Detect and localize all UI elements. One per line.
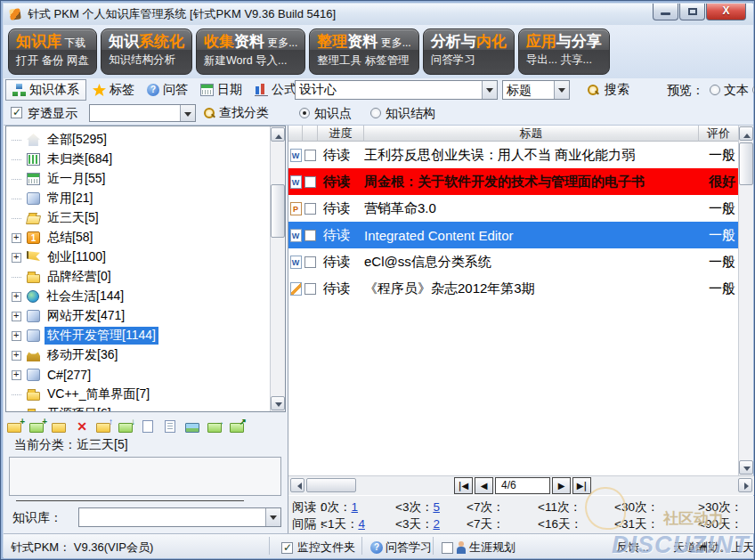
header-title[interactable]: 标题 bbox=[364, 126, 699, 142]
search-input[interactable] bbox=[296, 81, 482, 99]
pierce-checkbox[interactable] bbox=[11, 107, 22, 118]
ribbon-button-0[interactable]: 知识库 下载打开 备份 网盘 bbox=[8, 28, 97, 75]
folder-down-icon[interactable]: ↓ bbox=[118, 420, 134, 434]
expander-icon[interactable] bbox=[12, 351, 21, 361]
find-category-button[interactable]: 查找分类 bbox=[203, 105, 269, 121]
tree-item[interactable]: 网站开发[471] bbox=[6, 306, 270, 326]
pager-first-button[interactable]: |◀ bbox=[454, 477, 473, 494]
stats-value-link[interactable]: 4 bbox=[358, 517, 365, 531]
tree-item[interactable]: 总结[58] bbox=[6, 228, 270, 248]
header-icon-col[interactable] bbox=[288, 126, 303, 142]
table-hscroll-thumb[interactable] bbox=[306, 478, 356, 492]
tree-item[interactable]: 社会生活[144] bbox=[6, 287, 270, 306]
folder-share-icon[interactable]: ↗ bbox=[230, 420, 246, 434]
tree-item[interactable]: 未归类[684] bbox=[6, 150, 270, 169]
image-view-icon[interactable] bbox=[185, 420, 201, 434]
table-vertical-scrollbar[interactable] bbox=[738, 126, 753, 475]
table-row[interactable]: 待读《程序员》杂志2012年第3期一般 bbox=[288, 275, 739, 302]
expander-icon[interactable] bbox=[12, 292, 21, 302]
expander-icon[interactable] bbox=[12, 370, 21, 380]
stats-value-link[interactable]: 2 bbox=[433, 517, 440, 531]
table-scroll-right-icon[interactable] bbox=[738, 478, 752, 492]
tab-star[interactable]: 标签 bbox=[86, 80, 141, 100]
tree-item[interactable]: 常用[21] bbox=[6, 189, 270, 208]
header-progress[interactable]: 进度 bbox=[318, 126, 364, 142]
search-button[interactable]: 搜索 bbox=[587, 82, 629, 98]
expander-icon[interactable] bbox=[12, 253, 21, 263]
row-checkbox[interactable] bbox=[304, 230, 316, 241]
table-horizontal-scrollbar[interactable]: |◀ ◀ 4/6 ▶ ▶| bbox=[288, 475, 754, 495]
tree-item[interactable]: C#[277] bbox=[6, 365, 270, 385]
ribbon-button-2[interactable]: 收集资料 更多...新建Word 导入... bbox=[196, 28, 305, 75]
tree-item[interactable]: 开源项目[6] bbox=[6, 404, 270, 411]
table-scroll-thumb[interactable] bbox=[739, 142, 753, 185]
tree-item[interactable]: 品牌经营[0] bbox=[6, 267, 270, 287]
ribbon-button-4[interactable]: 分析与内化问答学习 bbox=[423, 28, 515, 75]
category-note-box[interactable] bbox=[9, 457, 281, 496]
tree-item[interactable]: VC++_简单界面[7] bbox=[6, 385, 270, 404]
expander-icon[interactable] bbox=[12, 233, 21, 243]
career-plan-toggle[interactable]: 生涯规划 bbox=[442, 540, 516, 556]
row-checkbox[interactable] bbox=[304, 256, 316, 268]
field-dropdown-icon[interactable] bbox=[554, 81, 569, 99]
table-row[interactable]: 待读营销革命3.0一般 bbox=[288, 195, 739, 222]
career-checkbox[interactable] bbox=[442, 542, 453, 554]
header-check-col[interactable] bbox=[303, 126, 318, 142]
tree-item[interactable]: 近三天[5] bbox=[6, 208, 270, 228]
minimize-button[interactable] bbox=[653, 4, 678, 20]
table-row[interactable]: 待读王利芬反思创业失误：用人不当 商业化能力弱一般 bbox=[288, 142, 739, 168]
monitor-folder-toggle[interactable]: 监控文件夹 bbox=[281, 540, 355, 556]
tree-scroll-down-icon[interactable] bbox=[271, 396, 285, 410]
expander-icon[interactable] bbox=[12, 331, 21, 341]
kb-input[interactable] bbox=[79, 508, 265, 526]
feedback-link[interactable]: 反馈... bbox=[616, 540, 649, 556]
qa-study-button[interactable]: 问答学习 bbox=[370, 540, 432, 556]
tree-scroll-up-icon[interactable] bbox=[271, 127, 285, 142]
new-folder-green-icon[interactable]: + bbox=[29, 420, 45, 434]
tree-item[interactable]: 软件开发管理[1144] bbox=[6, 326, 270, 345]
table-scroll-up-icon[interactable] bbox=[739, 126, 753, 141]
tree-item[interactable]: 全部[5295] bbox=[6, 130, 270, 150]
folder-up-icon[interactable]: ↑ bbox=[96, 420, 112, 434]
tree-vertical-scrollbar[interactable] bbox=[270, 126, 285, 411]
monitor-checkbox[interactable] bbox=[281, 542, 293, 554]
field-combo[interactable]: 标题 bbox=[502, 80, 570, 100]
new-folder-icon[interactable]: + bbox=[7, 420, 23, 434]
doc-window-icon[interactable] bbox=[141, 420, 157, 434]
tab-question[interactable]: 问答 bbox=[141, 80, 194, 100]
ribbon-button-1[interactable]: 知识系统化知识结构分析 bbox=[101, 28, 192, 75]
properties-icon[interactable] bbox=[163, 420, 179, 434]
row-checkbox[interactable] bbox=[304, 150, 316, 161]
mode-radio-structure[interactable] bbox=[370, 108, 381, 118]
category-filter-input[interactable] bbox=[90, 105, 180, 121]
tab-tree[interactable]: 知识体系 bbox=[5, 79, 86, 101]
stats-value-link[interactable]: 1 bbox=[352, 500, 359, 514]
category-filter-dropdown-icon[interactable] bbox=[180, 105, 195, 121]
table-scroll-left-icon[interactable] bbox=[290, 478, 304, 492]
row-checkbox[interactable] bbox=[304, 176, 316, 188]
tree-item[interactable]: 近一月[55] bbox=[6, 169, 270, 189]
close-button[interactable]: X bbox=[706, 4, 746, 20]
delete-folder-icon[interactable]: ✕ bbox=[74, 420, 90, 434]
pager-next-button[interactable]: ▶ bbox=[552, 477, 571, 494]
kb-dropdown-icon[interactable] bbox=[265, 508, 280, 526]
table-scroll-down-icon[interactable] bbox=[739, 460, 753, 475]
rename-folder-icon[interactable] bbox=[52, 420, 68, 434]
pager-last-button[interactable]: ▶| bbox=[572, 477, 591, 494]
header-rating[interactable]: 评价 bbox=[699, 126, 739, 142]
folder-export-icon[interactable]: → bbox=[207, 420, 223, 434]
pager-prev-button[interactable]: ◀ bbox=[475, 477, 493, 494]
mode-radio-point[interactable] bbox=[299, 108, 310, 118]
ribbon-button-3[interactable]: 整理资料 更多...整理工具 标签管理 bbox=[309, 28, 418, 75]
maximize-button[interactable] bbox=[679, 4, 705, 20]
tree-scroll-thumb[interactable] bbox=[271, 184, 285, 238]
row-checkbox[interactable] bbox=[304, 283, 316, 295]
expander-icon[interactable] bbox=[12, 312, 21, 321]
ribbon-button-5[interactable]: 应用与分享导出... 共享... bbox=[518, 28, 610, 75]
stats-value-link[interactable]: 5 bbox=[433, 500, 440, 514]
table-row[interactable]: 待读eCl@ss信息分类系统一般 bbox=[288, 248, 739, 275]
tab-cal[interactable]: 日期 bbox=[194, 80, 248, 100]
preview-radio-text[interactable] bbox=[710, 85, 720, 95]
table-row[interactable]: 待读Integrated Content Editor一般 bbox=[288, 222, 739, 248]
tree-item[interactable]: 移动开发[36] bbox=[6, 345, 270, 365]
